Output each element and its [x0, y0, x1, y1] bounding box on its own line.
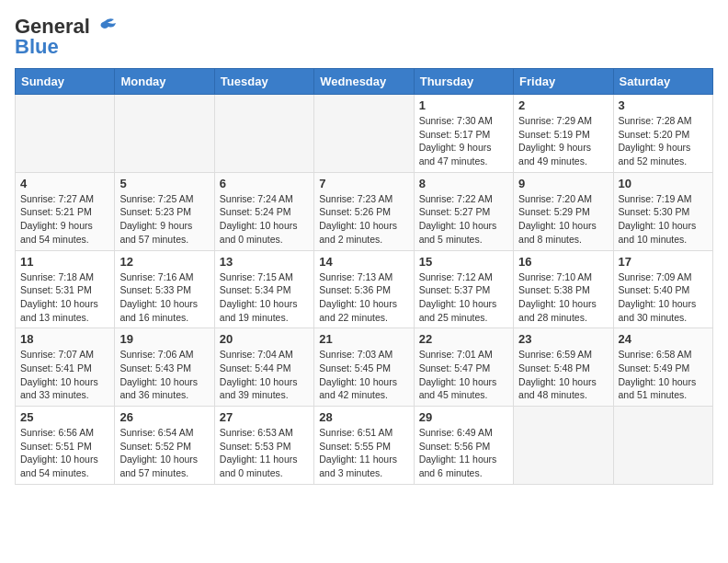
day-number: 28 [319, 410, 408, 424]
day-info: Sunrise: 7:29 AM Sunset: 5:19 PM Dayligh… [518, 114, 608, 168]
weekday-header-thursday: Thursday [414, 69, 513, 95]
day-number: 7 [319, 177, 408, 190]
logo-blue-text: Blue [15, 35, 59, 59]
calendar-cell: 29Sunrise: 6:49 AM Sunset: 5:56 PM Dayli… [414, 407, 513, 485]
calendar-cell: 8Sunrise: 7:22 AM Sunset: 5:27 PM Daylig… [414, 172, 513, 250]
day-number: 14 [319, 255, 408, 269]
calendar-cell: 18Sunrise: 7:07 AM Sunset: 5:41 PM Dayli… [16, 328, 115, 407]
calendar-week-row: 4Sunrise: 7:27 AM Sunset: 5:21 PM Daylig… [16, 172, 713, 250]
calendar-cell: 5Sunrise: 7:25 AM Sunset: 5:23 PM Daylig… [115, 172, 214, 250]
calendar-cell: 19Sunrise: 7:06 AM Sunset: 5:43 PM Dayli… [115, 328, 214, 407]
calendar-cell: 20Sunrise: 7:04 AM Sunset: 5:44 PM Dayli… [214, 328, 313, 407]
calendar-week-row: 25Sunrise: 6:56 AM Sunset: 5:51 PM Dayli… [16, 407, 713, 485]
day-info: Sunrise: 7:09 AM Sunset: 5:40 PM Dayligh… [619, 270, 708, 325]
day-info: Sunrise: 7:30 AM Sunset: 5:17 PM Dayligh… [419, 114, 508, 168]
logo: General Blue [15, 15, 118, 59]
calendar-cell: 4Sunrise: 7:27 AM Sunset: 5:21 PM Daylig… [16, 172, 115, 250]
day-number: 13 [220, 255, 309, 269]
calendar-cell: 23Sunrise: 6:59 AM Sunset: 5:48 PM Dayli… [514, 328, 613, 407]
day-number: 26 [119, 410, 209, 424]
day-number: 10 [619, 177, 708, 190]
day-number: 25 [20, 410, 109, 424]
day-number: 29 [419, 410, 508, 424]
day-info: Sunrise: 7:13 AM Sunset: 5:36 PM Dayligh… [319, 270, 408, 325]
weekday-header-tuesday: Tuesday [214, 69, 313, 95]
calendar-cell: 15Sunrise: 7:12 AM Sunset: 5:37 PM Dayli… [414, 250, 513, 328]
day-number: 21 [319, 332, 408, 346]
day-number: 22 [419, 332, 508, 346]
day-number: 5 [119, 177, 209, 190]
calendar-cell: 6Sunrise: 7:24 AM Sunset: 5:24 PM Daylig… [214, 172, 313, 250]
calendar-cell: 1Sunrise: 7:30 AM Sunset: 5:17 PM Daylig… [414, 95, 513, 173]
calendar-cell: 9Sunrise: 7:20 AM Sunset: 5:29 PM Daylig… [514, 172, 613, 250]
weekday-header-wednesday: Wednesday [314, 69, 414, 95]
day-number: 12 [119, 255, 209, 269]
day-info: Sunrise: 6:49 AM Sunset: 5:56 PM Dayligh… [419, 426, 508, 480]
calendar-cell: 16Sunrise: 7:10 AM Sunset: 5:38 PM Dayli… [514, 250, 613, 328]
weekday-header-saturday: Saturday [613, 69, 712, 95]
calendar-cell: 26Sunrise: 6:54 AM Sunset: 5:52 PM Dayli… [115, 407, 214, 485]
day-info: Sunrise: 7:28 AM Sunset: 5:20 PM Dayligh… [619, 114, 708, 168]
day-number: 3 [619, 98, 708, 112]
calendar-cell [115, 95, 214, 173]
day-number: 11 [20, 255, 109, 269]
day-number: 18 [20, 332, 109, 346]
day-info: Sunrise: 7:23 AM Sunset: 5:26 PM Dayligh… [319, 192, 408, 247]
calendar-cell: 11Sunrise: 7:18 AM Sunset: 5:31 PM Dayli… [16, 250, 115, 328]
day-info: Sunrise: 7:16 AM Sunset: 5:33 PM Dayligh… [119, 270, 209, 325]
weekday-header-sunday: Sunday [16, 69, 115, 95]
day-number: 6 [220, 177, 309, 190]
calendar-week-row: 11Sunrise: 7:18 AM Sunset: 5:31 PM Dayli… [16, 250, 713, 328]
day-number: 8 [419, 177, 508, 190]
day-number: 4 [20, 177, 109, 190]
day-number: 9 [518, 177, 608, 190]
day-info: Sunrise: 6:56 AM Sunset: 5:51 PM Dayligh… [20, 426, 109, 480]
calendar-cell: 10Sunrise: 7:19 AM Sunset: 5:30 PM Dayli… [613, 172, 712, 250]
calendar-cell: 24Sunrise: 6:58 AM Sunset: 5:49 PM Dayli… [613, 328, 712, 407]
day-number: 15 [419, 255, 508, 269]
day-info: Sunrise: 7:03 AM Sunset: 5:45 PM Dayligh… [319, 348, 408, 402]
day-info: Sunrise: 7:07 AM Sunset: 5:41 PM Dayligh… [20, 348, 109, 402]
day-info: Sunrise: 7:25 AM Sunset: 5:23 PM Dayligh… [119, 192, 209, 247]
calendar-cell: 2Sunrise: 7:29 AM Sunset: 5:19 PM Daylig… [514, 95, 613, 173]
calendar-cell: 22Sunrise: 7:01 AM Sunset: 5:47 PM Dayli… [414, 328, 513, 407]
day-info: Sunrise: 7:06 AM Sunset: 5:43 PM Dayligh… [119, 348, 209, 402]
day-info: Sunrise: 7:12 AM Sunset: 5:37 PM Dayligh… [419, 270, 508, 325]
calendar-week-row: 1Sunrise: 7:30 AM Sunset: 5:17 PM Daylig… [16, 95, 713, 173]
day-number: 27 [220, 410, 309, 424]
day-number: 23 [518, 332, 608, 346]
calendar-cell [514, 407, 613, 485]
day-info: Sunrise: 6:59 AM Sunset: 5:48 PM Dayligh… [518, 348, 608, 402]
day-info: Sunrise: 7:18 AM Sunset: 5:31 PM Dayligh… [20, 270, 109, 325]
day-number: 2 [518, 98, 608, 112]
calendar-cell: 12Sunrise: 7:16 AM Sunset: 5:33 PM Dayli… [115, 250, 214, 328]
day-number: 1 [419, 98, 508, 112]
calendar-cell [16, 95, 115, 173]
page-header: General Blue [15, 15, 713, 59]
day-number: 20 [220, 332, 309, 346]
day-info: Sunrise: 7:22 AM Sunset: 5:27 PM Dayligh… [419, 192, 508, 247]
day-info: Sunrise: 7:15 AM Sunset: 5:34 PM Dayligh… [220, 270, 309, 325]
day-number: 24 [619, 332, 708, 346]
day-info: Sunrise: 7:01 AM Sunset: 5:47 PM Dayligh… [419, 348, 508, 402]
calendar-cell: 14Sunrise: 7:13 AM Sunset: 5:36 PM Dayli… [314, 250, 414, 328]
calendar-cell: 28Sunrise: 6:51 AM Sunset: 5:55 PM Dayli… [314, 407, 414, 485]
calendar-cell: 7Sunrise: 7:23 AM Sunset: 5:26 PM Daylig… [314, 172, 414, 250]
day-number: 17 [619, 255, 708, 269]
calendar-cell: 27Sunrise: 6:53 AM Sunset: 5:53 PM Dayli… [214, 407, 313, 485]
day-info: Sunrise: 6:53 AM Sunset: 5:53 PM Dayligh… [220, 426, 309, 480]
calendar-cell: 13Sunrise: 7:15 AM Sunset: 5:34 PM Dayli… [214, 250, 313, 328]
day-info: Sunrise: 7:20 AM Sunset: 5:29 PM Dayligh… [518, 192, 608, 247]
calendar-cell: 25Sunrise: 6:56 AM Sunset: 5:51 PM Dayli… [16, 407, 115, 485]
calendar-cell [613, 407, 712, 485]
day-number: 19 [119, 332, 209, 346]
day-info: Sunrise: 7:10 AM Sunset: 5:38 PM Dayligh… [518, 270, 608, 325]
calendar-cell: 3Sunrise: 7:28 AM Sunset: 5:20 PM Daylig… [613, 95, 712, 173]
logo-bird-icon [92, 17, 118, 36]
day-info: Sunrise: 7:27 AM Sunset: 5:21 PM Dayligh… [20, 192, 109, 247]
calendar-table: SundayMondayTuesdayWednesdayThursdayFrid… [15, 68, 713, 485]
calendar-cell: 17Sunrise: 7:09 AM Sunset: 5:40 PM Dayli… [613, 250, 712, 328]
calendar-cell: 21Sunrise: 7:03 AM Sunset: 5:45 PM Dayli… [314, 328, 414, 407]
weekday-header-friday: Friday [514, 69, 613, 95]
day-info: Sunrise: 7:19 AM Sunset: 5:30 PM Dayligh… [619, 192, 708, 247]
